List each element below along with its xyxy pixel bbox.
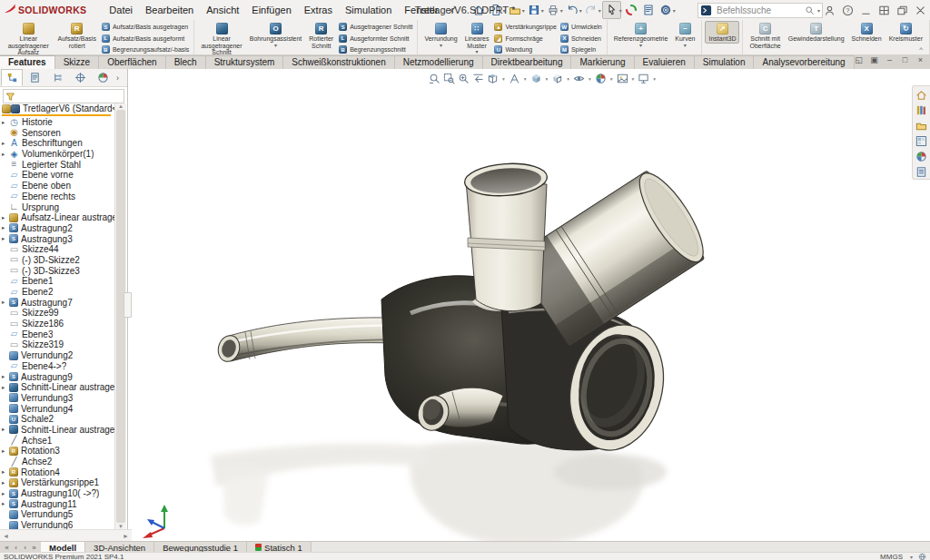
fm-tab-dimxpertmanager[interactable]: [69, 69, 91, 86]
gewindedarstellung-button[interactable]: TGewindedarstellung: [785, 21, 848, 44]
apply-scene-button[interactable]: [616, 72, 629, 85]
tab-blech[interactable]: Blech: [166, 55, 206, 69]
tree-item-schnitt-linear-austragen5[interactable]: ▸Schnitt-Linear austragen5: [0, 425, 114, 436]
tree-item-volumenk-rper-1[interactable]: ▸◈Volumenkörper(1): [0, 149, 114, 160]
dynamic-annotation-views-button[interactable]: [508, 72, 521, 85]
previous-view-button[interactable]: [471, 72, 485, 85]
tree-item-verrundung6[interactable]: Verrundung6: [0, 520, 114, 529]
tree-item-schnitt-linear-austragen4[interactable]: ▸Schnitt-Linear austragen4: [0, 382, 114, 393]
tree-root-item[interactable]: TretlagerV6 (Standard<<Stand: [0, 103, 114, 114]
section-view-dropdown-caret[interactable]: ▾: [502, 76, 505, 82]
tree-item-sensoren[interactable]: ◉Sensoren: [0, 127, 114, 138]
expand-caret-icon[interactable]: ▸: [2, 299, 9, 306]
pin-icon[interactable]: [447, 5, 458, 15]
pane-splitter-handle[interactable]: [124, 292, 132, 318]
umwickeln-button[interactable]: WUmwickeln: [560, 22, 602, 32]
tree-item-ebene-oben[interactable]: ▱Ebene oben: [0, 181, 114, 192]
view-palette-button[interactable]: [915, 134, 929, 148]
tree-item-3d-skizze2[interactable]: ▭(-) 3D-Skizze2: [0, 255, 114, 266]
expand-caret-icon[interactable]: ▸: [2, 468, 9, 476]
tree-item-ebene3[interactable]: ▱Ebene3: [0, 329, 114, 339]
tree-item-verrundung3[interactable]: Verrundung3: [0, 393, 114, 404]
tree-item-skizze44[interactable]: ▭Skizze44: [0, 244, 114, 255]
tree-item-ebene1[interactable]: ▱Ebene1: [0, 276, 114, 287]
kreismuster-button[interactable]: ↻Kreismuster: [885, 21, 926, 44]
tree-item-ebene-vorne[interactable]: ▱Ebene vorne: [0, 170, 114, 181]
new-doc-dropdown-caret[interactable]: ▾: [503, 7, 506, 14]
search-dropdown-caret[interactable]: ▾: [817, 7, 820, 14]
rebuild-button[interactable]: [623, 2, 640, 18]
display-style-dropdown-caret[interactable]: ▾: [567, 76, 569, 82]
tree-filter[interactable]: [3, 89, 124, 103]
tab-features[interactable]: Features: [0, 55, 55, 69]
menu-datei[interactable]: Datei: [103, 5, 139, 15]
dropdown-caret-icon[interactable]: ▾: [440, 43, 442, 48]
tab-skizze[interactable]: Skizze: [55, 55, 99, 69]
save-dropdown-caret[interactable]: ▾: [541, 7, 544, 14]
resources-home-button[interactable]: [915, 88, 929, 102]
tree-item-verst-rkungsrippe1[interactable]: ▸▲Verstärkungsrippe1: [0, 477, 114, 488]
search-input[interactable]: [715, 5, 802, 16]
tab-markierung[interactable]: Markierung: [571, 55, 634, 69]
tree-item-beschriftungen[interactable]: ▸ABeschriftungen: [0, 138, 114, 149]
expand-caret-icon[interactable]: ▸: [2, 479, 9, 486]
begrenzungsaufsatz-basis-button[interactable]: BBegrenzungsaufsatz/-basis: [102, 44, 189, 54]
menu-ansicht[interactable]: Ansicht: [200, 5, 245, 15]
window-layout-button[interactable]: [876, 3, 892, 18]
close-button[interactable]: [913, 3, 928, 18]
expand-caret-icon[interactable]: ▸: [2, 447, 9, 455]
tab-analysevorbereitung[interactable]: Analysevorbereitung: [754, 55, 854, 69]
design-library-button[interactable]: [915, 103, 929, 117]
hide-show-items-button[interactable]: [572, 72, 586, 85]
search-icon[interactable]: [805, 5, 815, 15]
formschr-ge-button[interactable]: ◢Formschräge: [494, 34, 556, 44]
tree-item-verrundung4[interactable]: Verrundung4: [0, 403, 114, 414]
tree-item-skizze319[interactable]: ▭Skizze319: [0, 339, 114, 350]
tree-item-skizze186[interactable]: ▭Skizze186: [0, 319, 114, 329]
tree-item-legierter-stahl[interactable]: ≡Legierter Stahl: [0, 159, 114, 170]
tree-item-aufsatz-linear-austragen1[interactable]: ▸Aufsatz-Linear austragen1: [0, 212, 114, 223]
view-orientation-button[interactable]: [529, 72, 543, 85]
menu-fenster[interactable]: Fenster: [398, 5, 444, 15]
units-selector[interactable]: MMGS ▾: [880, 553, 913, 560]
tree-item-austragung3[interactable]: ▸SAustragung3: [0, 233, 114, 244]
kurven-button[interactable]: ~Kurven▾: [671, 21, 698, 49]
menu-simulation[interactable]: Simulation: [339, 5, 398, 15]
menu-bearbeiten[interactable]: Bearbeiten: [139, 5, 200, 15]
tree-item-austragung2[interactable]: ▸SAustragung2: [0, 223, 114, 234]
section-view-button[interactable]: [486, 72, 500, 85]
expand-caret-icon[interactable]: ▸: [2, 426, 9, 433]
aufsatz-basis-rotiert-button[interactable]: RAufsatz/Basis rotiert: [54, 21, 99, 50]
scroll-left-icon[interactable]: ◄: [3, 533, 9, 539]
minimize-button[interactable]: [858, 3, 874, 18]
tree-item-austragung9[interactable]: ▸SAustragung9: [0, 371, 114, 382]
edit-appearance-dropdown-caret[interactable]: ▾: [610, 76, 613, 82]
expand-caret-icon[interactable]: ▸: [2, 235, 9, 242]
rotierter-schnitt-button[interactable]: RRotierter Schnitt: [305, 21, 337, 50]
menu-einf-gen[interactable]: Einfügen: [245, 5, 297, 15]
verrundung-button[interactable]: Verrundung▾: [420, 21, 460, 49]
zoom-in-out-button[interactable]: [457, 72, 470, 85]
tab-direktbearbeitung[interactable]: Direktbearbeitung: [483, 55, 572, 69]
tab-simulation[interactable]: Simulation: [695, 55, 755, 69]
expand-caret-icon[interactable]: ▸: [2, 224, 9, 231]
expand-caret-icon[interactable]: ▸: [2, 373, 9, 380]
model-tab-nav-2[interactable]: ›: [21, 544, 29, 552]
view-settings-button[interactable]: [637, 72, 650, 85]
cascade-icon[interactable]: ◱: [853, 55, 865, 64]
tree-item-ursprung[interactable]: ∟Ursprung: [0, 201, 114, 212]
ausgetragener-schnitt-button[interactable]: SAusgetragener Schnitt: [339, 22, 412, 32]
expand-caret-icon[interactable]: ▸: [2, 384, 9, 391]
dropdown-caret-icon[interactable]: ▾: [639, 43, 642, 48]
tree-item-ebene2[interactable]: ▱Ebene2: [0, 287, 114, 298]
linear-ausgetragener-aufsatz-button[interactable]: Linear ausgetragener Aufsatz: [3, 21, 54, 55]
tree-item-ebene4[interactable]: ▱Ebene4->?: [0, 361, 114, 372]
schneiden-button[interactable]: XSchneiden: [848, 21, 885, 44]
fm-tab-configurationmanager[interactable]: [46, 69, 68, 86]
redo-button[interactable]: [583, 2, 600, 18]
instant3d-button[interactable]: ↗Instant3D: [705, 21, 739, 44]
expand-caret-icon[interactable]: ▸: [2, 500, 9, 507]
expand-caret-icon[interactable]: ▸: [2, 490, 9, 497]
home-button[interactable]: [470, 2, 488, 18]
wandung-button[interactable]: UWandung: [494, 44, 556, 54]
